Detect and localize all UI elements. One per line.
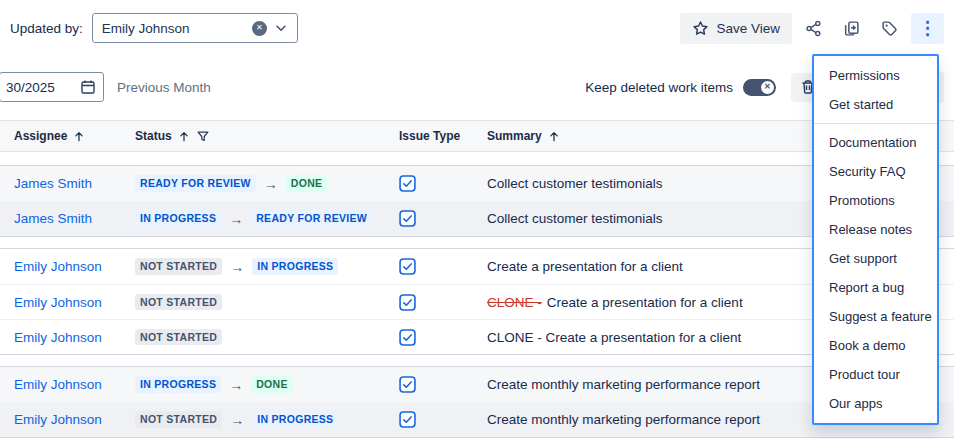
work-items-table: Assignee Status Issue Type Summary James… [0,120,954,438]
chevron-down-icon [274,21,288,35]
status-badge-from: IN PROGRESS [135,210,221,227]
more-menu-button[interactable]: ⋮ [911,13,944,44]
column-header-status[interactable]: Status [135,129,395,143]
copy-button[interactable] [835,13,868,44]
menu-item-suggest-a-feature[interactable]: Suggest a feature [814,302,937,331]
activity-timeline-app: Updated by: Emily Johnson ✕ Save View ⋮ [0,0,954,439]
table-row[interactable]: Emily Johnson NOT STARTED → IN PROGRESS … [0,402,954,437]
updated-by-label: Updated by: [10,21,83,36]
save-view-button[interactable]: Save View [680,13,792,44]
menu-item-documentation[interactable]: Documentation [814,128,937,157]
tag-button[interactable] [873,13,906,44]
assignee-link[interactable]: Emily Johnson [14,377,102,392]
work-item-group: James Smith READY FOR REVIEW → DONE Coll… [0,165,954,237]
status-badge-from: NOT STARTED [135,329,222,346]
sort-asc-icon [178,130,190,143]
status-arrow-icon: → [230,412,244,428]
menu-item-permissions[interactable]: Permissions [814,61,937,90]
share-button[interactable] [797,13,830,44]
status-badge-to: IN PROGRESS [252,258,338,275]
summary-strikethrough-text: CLONE - [487,295,542,310]
tag-icon [881,20,898,37]
status-badge-from: READY FOR REVIEW [135,175,256,192]
status-arrow-icon: → [229,377,243,393]
copy-arrow-icon [843,20,860,37]
work-item-group: Emily Johnson IN PROGRESS → DONE Create … [0,366,954,438]
status-badge-from: NOT STARTED [135,258,222,275]
keep-deleted-label: Keep deleted work items [585,80,733,95]
status-arrow-icon: → [264,176,278,192]
menu-item-get-support[interactable]: Get support [814,244,937,273]
menu-item-security-faq[interactable]: Security FAQ [814,157,937,186]
calendar-icon [80,79,96,95]
table-row[interactable]: James Smith READY FOR REVIEW → DONE Coll… [0,166,954,201]
task-type-icon [399,411,416,428]
task-type-icon [399,294,416,311]
table-row[interactable]: James Smith IN PROGRESS → READY FOR REVI… [0,201,954,236]
assignee-link[interactable]: James Smith [14,176,92,191]
more-menu-dropdown: Permissions Get started Documentation Se… [812,54,939,425]
assignee-link[interactable]: Emily Johnson [14,330,102,345]
menu-item-release-notes[interactable]: Release notes [814,215,937,244]
table-row[interactable]: Emily Johnson NOT STARTED CLONE - Create… [0,284,954,319]
summary-text: Create a presentation for a client [547,295,743,310]
topbar-actions: Save View ⋮ [680,13,944,44]
table-row[interactable]: Emily Johnson IN PROGRESS → DONE Create … [0,367,954,402]
kebab-icon: ⋮ [919,19,937,37]
work-item-group: Emily Johnson NOT STARTED → IN PROGRESS … [0,248,954,355]
status-badge-from: IN PROGRESS [135,376,221,393]
updated-by-value: Emily Johnson [102,21,245,36]
date-value: 30/2025 [6,80,55,95]
assignee-link[interactable]: Emily Johnson [14,412,102,427]
column-header-issue-type[interactable]: Issue Type [395,129,487,143]
updated-by-select[interactable]: Emily Johnson ✕ [92,13,298,43]
assignee-link[interactable]: Emily Johnson [14,259,102,274]
task-type-icon [399,210,416,227]
status-badge-to: DONE [251,376,293,393]
task-type-icon [399,329,416,346]
star-icon [692,20,709,37]
menu-divider [814,123,937,124]
status-badge-from: NOT STARTED [135,294,222,311]
status-badge-to: READY FOR REVIEW [251,210,372,227]
menu-item-book-a-demo[interactable]: Book a demo [814,331,937,360]
menu-item-promotions[interactable]: Promotions [814,186,937,215]
status-arrow-icon: → [229,211,243,227]
top-toolbar: Updated by: Emily Johnson ✕ Save View ⋮ [0,0,954,56]
task-type-icon [399,258,416,275]
task-type-icon [399,376,416,393]
keep-deleted-toggle[interactable]: ✕ [743,79,776,96]
assignee-link[interactable]: James Smith [14,211,92,226]
menu-item-get-started[interactable]: Get started [814,90,937,119]
status-badge-to: DONE [286,175,328,192]
status-badge-to: IN PROGRESS [252,411,338,428]
share-icon [805,20,822,37]
date-input[interactable]: 30/2025 [0,72,104,102]
status-badge-from: NOT STARTED [135,411,222,428]
table-header-row: Assignee Status Issue Type Summary [0,120,954,152]
sort-asc-icon [73,130,85,143]
table-row[interactable]: Emily Johnson NOT STARTED → IN PROGRESS … [0,249,954,284]
previous-month-label: Previous Month [117,80,211,95]
menu-item-our-apps[interactable]: Our apps [814,389,937,418]
menu-item-report-a-bug[interactable]: Report a bug [814,273,937,302]
save-view-label: Save View [716,21,780,36]
toggle-off-icon: ✕ [761,81,774,94]
sort-asc-icon [548,130,560,143]
task-type-icon [399,175,416,192]
table-row[interactable]: Emily Johnson NOT STARTED CLONE - Create… [0,319,954,354]
filter-toolbar: 30/2025 Previous Month Keep deleted work… [0,72,954,102]
assignee-link[interactable]: Emily Johnson [14,295,102,310]
status-arrow-icon: → [230,259,244,275]
clear-filter-icon[interactable]: ✕ [252,21,267,36]
filter-funnel-icon[interactable] [196,130,210,143]
menu-item-product-tour[interactable]: Product tour [814,360,937,389]
column-header-assignee[interactable]: Assignee [0,129,135,143]
